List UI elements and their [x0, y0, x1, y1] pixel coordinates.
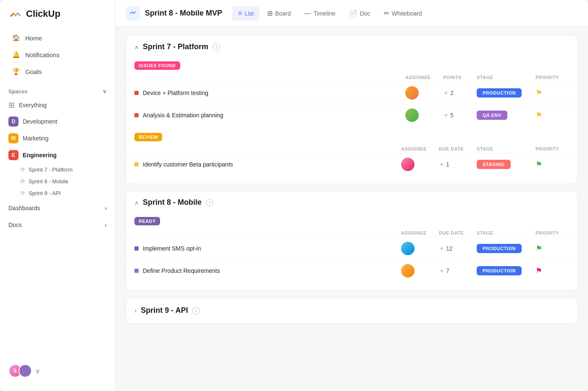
sidebar-item-dashboards[interactable]: Dashboards ›: [0, 201, 115, 216]
sprint-8-info-icon: i: [206, 199, 213, 206]
review-badge: REVIEW: [134, 133, 162, 141]
logo-text: ClickUp: [26, 8, 60, 19]
th-assignee-s8: ASSIGNEE: [401, 230, 439, 235]
sprint-8-title: Sprint 8 - Mobile: [143, 198, 202, 207]
sidebar-item-notifications[interactable]: 🔔 Notifications: [3, 46, 112, 63]
star-icon-4: ✦: [439, 245, 444, 253]
tab-list[interactable]: ≡ List: [232, 6, 260, 21]
sidebar-item-goals[interactable]: 🏆 Goals: [3, 63, 112, 80]
logo-area: ClickUp: [0, 7, 115, 29]
task-stage-2: QA ENV: [477, 111, 536, 120]
stage-btn-2: QA ENV: [477, 111, 507, 120]
star-icon-5: ✦: [439, 267, 444, 275]
engineering-badge: E: [8, 150, 18, 160]
sprint-7-collapse-icon: ∧: [134, 44, 139, 50]
sidebar-sprint-9[interactable]: ⟳ Sprint 9 - API: [0, 187, 115, 199]
sidebar-item-development[interactable]: D Development: [0, 113, 115, 130]
task-dot-5: [134, 269, 139, 273]
doc-tab-icon: 📄: [349, 9, 357, 17]
sprint-7-content: ISSUES FOUND ASSIGNEE POINTS STAGE PRIOR…: [126, 58, 578, 184]
points-value-5: 7: [446, 267, 449, 274]
sprint-card-8: ∧ Sprint 8 - Mobile i READY ASSIGNEE DUE…: [126, 191, 578, 291]
sprint-icon-3: ⟳: [20, 190, 25, 196]
task-points-3: ✦ 1: [439, 161, 477, 169]
review-badge-row: REVIEW: [126, 129, 578, 145]
page-icon: [126, 6, 140, 21]
ready-badge-row: READY: [126, 214, 578, 229]
sprint-8-header[interactable]: ∧ Sprint 8 - Mobile i: [126, 191, 578, 214]
task-name-product-req: Define Product Requirements: [134, 267, 401, 274]
task-priority-1: ⚑: [536, 88, 569, 98]
sidebar-item-home-label: Home: [25, 34, 42, 42]
task-name-label-1: Device + Platform testing: [143, 90, 208, 96]
star-icon-1: ✦: [443, 89, 449, 97]
docs-label: Docs: [8, 222, 22, 228]
task-name-label-5: Define Product Requirements: [143, 267, 220, 274]
sidebar-item-everything[interactable]: ⊞ Everything: [0, 97, 115, 113]
tab-doc[interactable]: 📄 Doc: [343, 6, 376, 21]
page-title: Sprint 8 - Mobile MVP: [145, 9, 222, 18]
sidebar-item-marketing[interactable]: M Marketing: [0, 130, 115, 147]
topbar: Sprint 8 - Mobile MVP ≡ List ⊞ Board — T…: [116, 0, 588, 27]
issues-found-table-header: ASSIGNEE POINTS STAGE PRIORITY: [126, 73, 578, 82]
ready-group: READY ASSIGNEE DUE DATE STAGE PRIORITY I…: [126, 214, 578, 282]
spaces-label: Spaces: [8, 88, 28, 95]
whiteboard-tab-icon: ✏: [384, 9, 389, 17]
task-assignee-2: [405, 108, 443, 122]
whiteboard-tab-label: Whiteboard: [392, 10, 422, 17]
points-value-2: 5: [450, 112, 454, 119]
th-task-name: [134, 75, 405, 80]
user-chevron[interactable]: ∨: [35, 367, 40, 375]
sidebar-bottom: S ∨: [0, 357, 115, 384]
task-row[interactable]: Identify customer Beta participants ✦ 1 …: [126, 153, 578, 175]
sidebar-sprint-8[interactable]: ⟳ Sprint 8 - Mobile: [0, 175, 115, 187]
avatar-user-2: [18, 364, 32, 378]
avatar-4: [401, 242, 415, 255]
avatar-group: S: [8, 364, 32, 378]
tab-whiteboard[interactable]: ✏ Whiteboard: [378, 6, 428, 21]
docs-chevron: ›: [105, 222, 107, 228]
sprint-9-info-icon: i: [192, 307, 200, 314]
tab-board[interactable]: ⊞ Board: [261, 6, 297, 21]
doc-tab-label: Doc: [360, 10, 370, 17]
sidebar-item-notifications-label: Notifications: [25, 51, 60, 58]
sprint-9-title: Sprint 9 - API: [141, 306, 188, 315]
task-name-label-4: Implement SMS opt-in: [143, 245, 201, 252]
task-name-label-3: Identify customer Beta participants: [143, 161, 233, 168]
issues-found-badge: ISSUES FOUND: [134, 61, 180, 70]
task-stage-4: PRODUCTION: [477, 244, 536, 253]
th-duedate-r: DUE DATE: [439, 146, 477, 151]
sprint-7-title: Sprint 7 - Platform: [143, 42, 208, 51]
task-name-identify: Identify customer Beta participants: [134, 161, 401, 168]
sprint-8-content: READY ASSIGNEE DUE DATE STAGE PRIORITY I…: [126, 214, 578, 290]
sidebar-item-docs[interactable]: Docs ›: [0, 217, 115, 232]
task-name-device: Device + Platform testing: [134, 90, 405, 96]
tab-timeline[interactable]: — Timeline: [299, 6, 341, 21]
task-row[interactable]: Define Product Requirements ✦ 7 PRODUCTI…: [126, 259, 578, 282]
goals-icon: 🏆: [12, 67, 20, 76]
sprint-9-header[interactable]: › Sprint 9 - API i: [126, 298, 578, 323]
issues-found-group: ISSUES FOUND ASSIGNEE POINTS STAGE PRIOR…: [126, 58, 578, 126]
sprint-7-header[interactable]: ∧ Sprint 7 - Platform i: [126, 36, 578, 58]
flag-icon-3: ⚑: [536, 160, 542, 169]
task-row[interactable]: Analysis & Estimation planning ✦ 5 QA EN…: [126, 104, 578, 126]
main-area: Sprint 8 - Mobile MVP ≡ List ⊞ Board — T…: [116, 0, 588, 391]
page-title-area: Sprint 8 - Mobile MVP: [126, 6, 222, 21]
sidebar-item-home[interactable]: 🏠 Home: [3, 29, 112, 46]
sprint-icon-1: ⟳: [20, 166, 25, 173]
spaces-chevron[interactable]: ∨: [102, 88, 107, 95]
task-dot-2: [134, 113, 139, 117]
task-row[interactable]: Device + Platform testing ✦ 2 PRODUCTION: [126, 82, 578, 104]
sprint-7-label: Sprint 7 - Platform: [29, 166, 73, 173]
sprint-9-label: Sprint 9 - API: [29, 190, 61, 196]
sidebar-item-engineering[interactable]: E Engineering: [0, 147, 115, 164]
sidebar-sprint-7[interactable]: ⟳ Sprint 7 - Platform: [0, 164, 115, 175]
stage-btn-4: PRODUCTION: [477, 244, 522, 253]
dashboards-chevron: ›: [105, 205, 107, 211]
everything-label: Everything: [19, 102, 47, 108]
points-value-1: 2: [450, 90, 454, 96]
marketing-badge: M: [8, 133, 18, 143]
issues-found-badge-row: ISSUES FOUND: [126, 58, 578, 73]
task-row[interactable]: Implement SMS opt-in ✦ 12 PRODUCTION: [126, 237, 578, 259]
th-stage-r: STAGE: [477, 146, 536, 151]
